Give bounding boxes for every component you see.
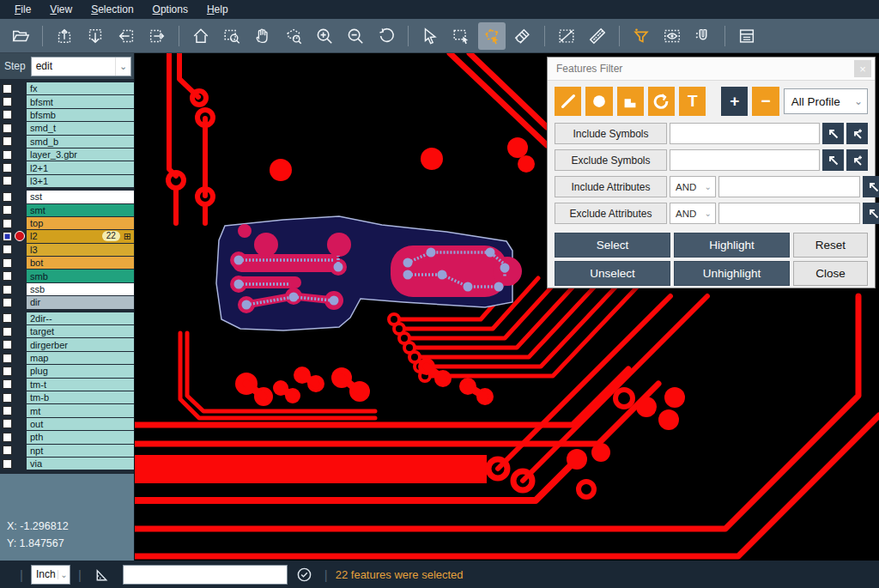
- layer-checkbox[interactable]: [3, 379, 12, 389]
- layer-checkbox[interactable]: [3, 258, 12, 268]
- pick-exclude-attributes-button[interactable]: [863, 203, 879, 224]
- layer-checkbox[interactable]: [3, 433, 12, 442]
- include-attributes-input[interactable]: [718, 176, 860, 197]
- filter-pad-button[interactable]: [585, 87, 612, 116]
- layer-name-band[interactable]: l222⊞: [27, 230, 134, 242]
- select-button[interactable]: Select: [555, 233, 670, 258]
- profile-select[interactable]: All Profile ⌄: [784, 88, 868, 114]
- layer-checkbox[interactable]: [3, 136, 12, 146]
- layer-name-band[interactable]: tm-b: [27, 391, 134, 403]
- unit-select[interactable]: Inch ⌄: [31, 565, 70, 585]
- pick-add-exclude-symbols-button[interactable]: [846, 149, 868, 171]
- layer-checkbox[interactable]: [3, 110, 12, 119]
- pan-right-button[interactable]: [143, 22, 171, 50]
- layer-checkbox[interactable]: [3, 354, 12, 363]
- filter-arc-button[interactable]: [648, 87, 675, 116]
- layer-name-band[interactable]: l2+1: [27, 161, 134, 173]
- layer-checkbox[interactable]: [3, 419, 12, 428]
- view-options-button[interactable]: [658, 22, 686, 50]
- layer-name-band[interactable]: smd_t: [27, 122, 134, 134]
- layers-panel-button[interactable]: [733, 22, 761, 50]
- layer-row-smd_b[interactable]: smd_b: [0, 136, 134, 148]
- layer-name-band[interactable]: smt: [27, 204, 134, 216]
- layer-name-band[interactable]: l3: [27, 244, 134, 256]
- exclude-symbols-input[interactable]: [670, 149, 820, 171]
- layer-name-band[interactable]: target: [27, 325, 134, 337]
- pan-hand-button[interactable]: [249, 22, 276, 50]
- zoom-window-button[interactable]: [218, 22, 246, 50]
- layer-name-band[interactable]: layer_3.gbr: [27, 149, 134, 161]
- layer-name-band[interactable]: map: [27, 352, 134, 364]
- layer-row-out[interactable]: out: [0, 418, 134, 430]
- layer-row-target[interactable]: target: [0, 325, 134, 337]
- features-filter-button[interactable]: [627, 22, 655, 50]
- layer-row-npt[interactable]: npt: [0, 445, 134, 457]
- layer-row-bfsmt[interactable]: bfsmt: [0, 95, 134, 107]
- snap-magnet-button[interactable]: [689, 22, 717, 50]
- layer-name-band[interactable]: fx: [27, 82, 134, 94]
- layer-checkbox[interactable]: [3, 97, 12, 106]
- layer-row-tm-b[interactable]: tm-b: [0, 391, 134, 403]
- close-icon[interactable]: ×: [854, 60, 871, 77]
- menu-selection[interactable]: Selection: [82, 0, 142, 19]
- measure-distance-button[interactable]: [553, 22, 580, 50]
- layer-checkbox[interactable]: [3, 192, 12, 202]
- layer-row-via[interactable]: via: [0, 458, 134, 470]
- menu-help[interactable]: Help: [197, 0, 238, 19]
- layer-checkbox[interactable]: [3, 285, 12, 294]
- layer-row-l3+1[interactable]: l3+1: [0, 175, 134, 187]
- layer-row-smb[interactable]: smb: [0, 270, 134, 282]
- layer-checkbox[interactable]: [3, 245, 12, 254]
- layer-name-band[interactable]: mt: [27, 404, 134, 416]
- layer-row-bfsmb[interactable]: bfsmb: [0, 109, 134, 121]
- grid-icon[interactable]: ⊞: [124, 231, 131, 242]
- layer-name-band[interactable]: bot: [27, 257, 134, 269]
- layer-name-band[interactable]: ssb: [27, 283, 134, 295]
- step-select[interactable]: edit ⌄: [31, 57, 131, 76]
- layer-name-band[interactable]: dir: [27, 296, 134, 308]
- open-project-button[interactable]: [7, 22, 34, 50]
- select-polygon-button[interactable]: [478, 22, 506, 50]
- layer-row-top[interactable]: top: [0, 217, 134, 229]
- layer-name-band[interactable]: pth: [27, 431, 134, 443]
- layer-name-band[interactable]: plug: [27, 365, 134, 377]
- filter-surface-button[interactable]: [617, 87, 644, 116]
- select-arrow-button[interactable]: [416, 22, 444, 50]
- pan-left-button[interactable]: [112, 22, 140, 50]
- layer-checkbox[interactable]: [3, 124, 12, 133]
- zoom-out-button[interactable]: [342, 22, 369, 50]
- select-rectangle-button[interactable]: [447, 22, 475, 50]
- layer-checkbox[interactable]: [3, 459, 12, 469]
- pan-up-button[interactable]: [51, 22, 78, 50]
- layer-checkbox[interactable]: [3, 327, 12, 336]
- layer-row-smt[interactable]: smt: [0, 204, 134, 216]
- layer-name-band[interactable]: smd_b: [27, 136, 134, 148]
- include-attributes-button[interactable]: Include Attributes: [555, 176, 667, 197]
- layer-checkbox[interactable]: [3, 340, 12, 349]
- menu-file[interactable]: File: [5, 0, 40, 19]
- layer-row-dirgerber[interactable]: dirgerber: [0, 338, 134, 350]
- active-layer-color-icon[interactable]: [15, 231, 25, 241]
- layer-checkbox[interactable]: [3, 367, 12, 376]
- menu-view[interactable]: View: [40, 0, 82, 19]
- layer-checkbox[interactable]: [3, 176, 12, 185]
- angle-corner-icon[interactable]: [94, 567, 110, 583]
- zoom-previous-button[interactable]: [373, 22, 400, 50]
- reset-button[interactable]: Reset: [793, 233, 868, 258]
- layer-row-plug[interactable]: plug: [0, 365, 134, 377]
- filter-text-button[interactable]: T: [679, 87, 706, 116]
- layer-row-mt[interactable]: mt: [0, 404, 134, 416]
- layer-row-fx[interactable]: fx: [0, 82, 134, 94]
- layer-checkbox[interactable]: [3, 393, 12, 403]
- apply-refresh-icon[interactable]: [296, 567, 312, 583]
- layer-row-l2+1[interactable]: l2+1: [0, 161, 134, 173]
- layer-name-band[interactable]: sst: [27, 191, 134, 203]
- layer-row-ssb[interactable]: ssb: [0, 283, 134, 295]
- layer-name-band[interactable]: bfsmb: [27, 109, 134, 121]
- zoom-polygon-button[interactable]: [280, 22, 307, 50]
- layer-checkbox[interactable]: [3, 313, 12, 323]
- layer-row-l2[interactable]: l222⊞: [0, 230, 134, 242]
- layer-name-band[interactable]: bfsmt: [27, 95, 134, 107]
- layer-checkbox[interactable]: [3, 271, 12, 281]
- layer-name-band[interactable]: 2dir--: [27, 312, 134, 324]
